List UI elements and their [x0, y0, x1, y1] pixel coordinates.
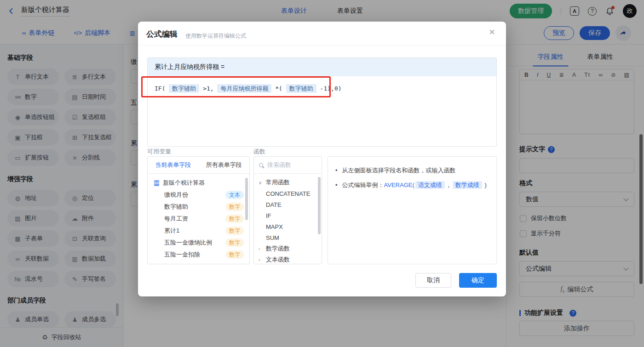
formula-target-label: 累计上月应纳税所得额 =	[155, 63, 224, 71]
variables-label: 可用变量	[147, 148, 171, 156]
formula-target: 累计上月应纳税所得额 =	[148, 58, 496, 76]
variable-item[interactable]: 数字辅助数字	[148, 201, 249, 213]
function-group-name: 数学函数	[266, 245, 290, 253]
functions-label: 函数	[253, 148, 265, 156]
formula-body[interactable]: IF( 数字辅助 >1, 每月应纳税所得额 *( 数字辅助 -1),0)	[148, 76, 496, 101]
function-item[interactable]: MAPX	[254, 221, 322, 232]
formula-text: >1,	[199, 85, 217, 92]
variables-panel: 当前表单字段 所有表单字段 新版个税计算器缴税月份文本数字辅助数字每月工资数字累…	[147, 156, 250, 264]
formula-edit-modal: 公式编辑 使用数学运算符编辑公式 × 累计上月应纳税所得额 = IF( 数字辅助…	[138, 22, 506, 296]
formula-editor[interactable]: 累计上月应纳税所得额 = IF( 数字辅助 >1, 每月应纳税所得额 *( 数字…	[147, 57, 497, 147]
function-search-input[interactable]: 搜索函数	[254, 157, 322, 174]
tip-example: 公式编辑举例：AVERAGE(语文成绩，数学成绩 )	[342, 180, 487, 190]
tip-separator: ，	[446, 182, 452, 188]
formula-text: IF(	[155, 85, 169, 92]
formula-text: -1),0)	[316, 85, 342, 92]
function-item[interactable]: CONCATENATE	[254, 188, 322, 199]
form-node[interactable]: 新版个税计算器	[148, 177, 249, 189]
function-group-name: 文本函数	[266, 256, 290, 264]
variable-name: 五险一金缴纳比例	[164, 239, 212, 247]
tip-line: • 公式编辑举例：AVERAGE(语文成绩，数学成绩 )	[335, 180, 489, 190]
functions-scrollbar[interactable]	[318, 177, 321, 234]
variable-name: 累计1	[164, 227, 179, 235]
search-placeholder: 搜索函数	[267, 161, 291, 169]
chevron-right-icon: ›	[259, 246, 263, 251]
modal-subtitle: 使用数学运算符编辑公式	[185, 32, 246, 40]
search-icon	[259, 163, 263, 167]
tip-text: )	[483, 182, 487, 188]
bullet: •	[335, 165, 338, 175]
bullet: •	[335, 180, 338, 190]
variable-type-badge: 数字	[225, 239, 244, 247]
chevron-right-icon: ›	[259, 257, 263, 262]
variables-tabs: 当前表单字段 所有表单字段	[148, 157, 249, 174]
form-name: 新版个税计算器	[163, 179, 205, 187]
variable-type-badge: 数字	[225, 203, 244, 211]
function-item[interactable]: DATE	[254, 199, 322, 210]
variables-scrollbar[interactable]	[245, 178, 248, 220]
app: 新版个税计算器 表单设计 表单设置 数据管理 A ? 政 ∞表单外链</>后端脚…	[0, 0, 644, 347]
variable-type-badge: 文本	[225, 191, 244, 199]
formula-expression: IF( 数字辅助 >1, 每月应纳税所得额 *( 数字辅助 -1),0)	[155, 83, 489, 95]
variable-item[interactable]: 累计1数字	[148, 225, 249, 237]
tab-all-form-fields[interactable]: 所有表单字段	[199, 157, 250, 173]
function-item[interactable]: SUM	[254, 232, 322, 243]
variable-item[interactable]: 五险一金缴纳比例数字	[148, 237, 249, 249]
variable-item[interactable]: 五险一金扣除数字	[148, 249, 249, 261]
form-icon	[154, 180, 159, 186]
variable-name: 数字辅助	[164, 203, 188, 211]
confirm-button[interactable]: 确定	[459, 273, 497, 288]
function-group-name: 常用函数	[266, 178, 290, 187]
tip-function-name: AVERAGE(	[384, 182, 414, 188]
divider	[138, 45, 506, 46]
function-group[interactable]: ∨常用函数	[254, 177, 322, 188]
example-field-chip: 数学成绩	[453, 181, 482, 189]
variables-list: 新版个税计算器缴税月份文本数字辅助数字每月工资数字累计1数字五险一金缴纳比例数字…	[148, 174, 249, 261]
modal-title: 公式编辑	[146, 29, 178, 40]
example-field-chip: 语文成绩	[415, 181, 445, 189]
variable-type-badge: 数字	[225, 250, 244, 259]
field-chip[interactable]: 数字辅助	[169, 84, 199, 93]
functions-panel: 搜索函数 ∨常用函数CONCATENATEDATEIFMAPXSUM›数学函数›…	[253, 156, 322, 264]
formula-text: *(	[271, 85, 286, 92]
variable-name: 五险一金扣除	[164, 250, 200, 259]
tip-line: • 从左侧面板选择字段名和函数，或输入函数	[335, 165, 489, 175]
function-item[interactable]: IF	[254, 210, 322, 221]
variable-name: 缴税月份	[164, 191, 188, 199]
field-chip[interactable]: 每月应纳税所得额	[217, 84, 271, 93]
tip-text: 公式编辑举例：	[342, 182, 384, 188]
variable-item[interactable]: 缴税月份文本	[148, 189, 249, 201]
chevron-down-icon: ∨	[259, 180, 263, 185]
close-icon[interactable]: ×	[489, 27, 495, 37]
tips-panel: • 从左侧面板选择字段名和函数，或输入函数 • 公式编辑举例：AVERAGE(语…	[328, 156, 497, 264]
function-group[interactable]: ›数学函数	[254, 243, 322, 254]
functions-list: ∨常用函数CONCATENATEDATEIFMAPXSUM›数学函数›文本函数	[254, 174, 322, 264]
function-group[interactable]: ›文本函数	[254, 254, 322, 264]
variable-type-badge: 数字	[225, 227, 244, 235]
variable-name: 每月工资	[164, 215, 188, 223]
variable-type-badge: 数字	[225, 215, 244, 223]
tip-text: 从左侧面板选择字段名和函数，或输入函数	[342, 165, 456, 175]
cancel-button[interactable]: 取消	[415, 273, 451, 288]
tab-current-form-fields[interactable]: 当前表单字段	[148, 157, 199, 173]
field-chip[interactable]: 数字辅助	[286, 84, 316, 93]
variable-item[interactable]: 每月工资数字	[148, 213, 249, 225]
